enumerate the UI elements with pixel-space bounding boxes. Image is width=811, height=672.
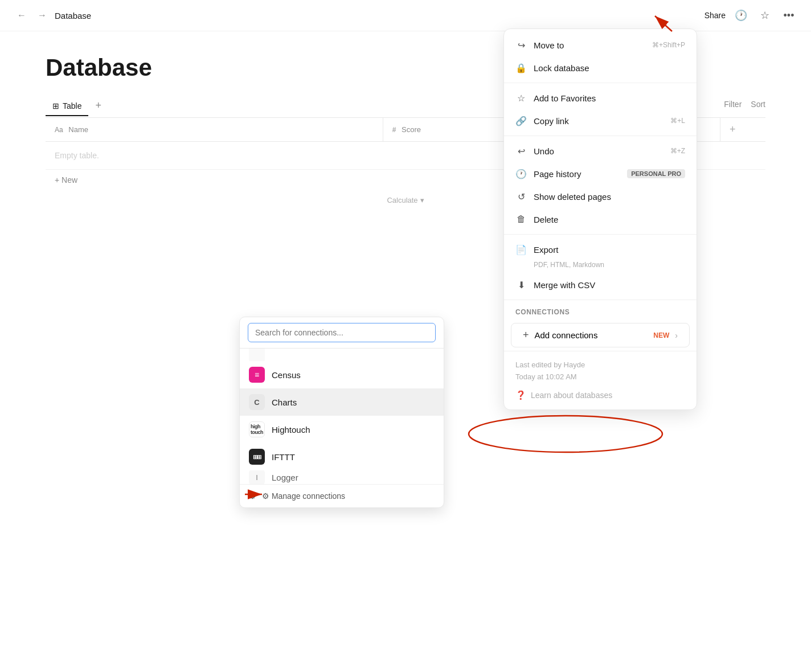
last-edited-info: Last edited by Hayde Today at 10:02 AM — [504, 355, 697, 386]
last-edited-time: Today at 10:02 AM — [515, 371, 685, 383]
conn-logger-label: Logger — [272, 473, 298, 482]
history-button[interactable]: 🕐 — [732, 7, 749, 24]
undo-icon: ↩ — [515, 145, 527, 157]
filter-button[interactable]: Filter — [724, 100, 742, 109]
menu-item-page-history[interactable]: 🕐 Page history PERSONAL PRO — [504, 162, 697, 185]
tab-table[interactable]: ⊞ Table — [46, 97, 88, 116]
add-column-button[interactable]: + — [720, 118, 765, 142]
learn-label: Learn about databases — [531, 391, 612, 400]
menu-item-page-history-label: Page history — [534, 169, 620, 179]
link-icon: 🔗 — [515, 115, 527, 126]
menu-item-favorites-label: Add to Favorites — [534, 93, 685, 103]
menu-item-show-deleted-label: Show deleted pages — [534, 192, 685, 202]
back-button[interactable]: ← — [14, 7, 30, 23]
conn-partial-icon — [249, 349, 265, 361]
context-menu: ↪ Move to ⌘+Shift+P 🔒 Lock database ☆ Ad… — [503, 28, 697, 410]
column-name[interactable]: Aa Name — [46, 118, 383, 142]
menu-item-lock-database[interactable]: 🔒 Lock database — [504, 56, 697, 79]
connections-label: Connections — [515, 308, 685, 316]
conn-search-input[interactable] — [248, 323, 436, 342]
top-nav: ← → Database Share 🕐 ☆ ••• — [0, 0, 811, 31]
menu-item-move-to-label: Move to — [534, 40, 645, 50]
tab-table-label: Table — [63, 101, 81, 110]
menu-item-undo-label: Undo — [534, 146, 663, 156]
svg-point-4 — [469, 416, 662, 452]
charts-icon: C — [249, 394, 265, 410]
chevron-down-icon: ▾ — [420, 196, 424, 204]
last-edited-by: Last edited by Hayde — [515, 359, 685, 371]
export-icon: 📄 — [515, 244, 527, 255]
undo-shortcut: ⌘+Z — [670, 147, 685, 155]
menu-item-favorites[interactable]: ☆ Add to Favorites — [504, 87, 697, 109]
logger-icon: I — [249, 470, 265, 484]
sort-button[interactable]: Sort — [751, 100, 765, 109]
connections-section: Connections — [504, 304, 697, 321]
ifttt-icon: ⊞⊞ — [249, 449, 265, 465]
conn-item-ifttt[interactable]: ⊞⊞ IFTTT — [240, 443, 444, 470]
restore-icon: ↺ — [515, 191, 527, 202]
menu-item-export-label: Export — [534, 245, 685, 255]
menu-item-show-deleted[interactable]: ↺ Show deleted pages — [504, 185, 697, 208]
move-to-shortcut: ⌘+Shift+P — [652, 41, 685, 49]
conn-item-logger[interactable]: I Logger — [240, 470, 444, 484]
page-breadcrumb: Database — [55, 11, 91, 21]
menu-item-undo[interactable]: ↩ Undo ⌘+Z — [504, 140, 697, 162]
conn-search-area — [240, 317, 444, 349]
lock-icon: 🔒 — [515, 62, 527, 73]
plus-icon: + — [523, 329, 529, 341]
personal-pro-badge: PERSONAL PRO — [627, 169, 685, 178]
conn-census-label: Census — [272, 370, 301, 380]
tab-actions: Filter Sort — [724, 100, 765, 113]
more-button[interactable]: ••• — [780, 7, 797, 24]
menu-item-merge-csv[interactable]: ⬇ Merge with CSV — [504, 273, 697, 296]
copy-link-shortcut: ⌘+L — [670, 117, 685, 125]
history-icon: 🕐 — [515, 168, 527, 179]
calculate-button[interactable]: Calculate ▾ — [387, 196, 424, 204]
add-connections-label: Add connections — [535, 330, 648, 340]
manage-connections-button[interactable]: ⚙ ⚙ Manage connections — [240, 484, 444, 507]
conn-charts-label: Charts — [272, 398, 297, 407]
move-to-icon: ↪ — [515, 39, 527, 51]
conn-item-partial[interactable] — [240, 349, 444, 361]
add-connections-button[interactable]: + Add connections NEW › — [511, 323, 690, 347]
menu-item-delete[interactable]: 🗑 Delete — [504, 208, 697, 231]
nav-right: Share 🕐 ☆ ••• — [704, 7, 797, 24]
hightouch-icon: hightouch — [249, 421, 265, 437]
menu-item-move-to[interactable]: ↪ Move to ⌘+Shift+P — [504, 34, 697, 56]
conn-hightouch-label: Hightouch — [272, 425, 310, 435]
menu-divider-2 — [504, 136, 697, 136]
star-icon: ☆ — [515, 92, 527, 104]
name-col-icon: Aa — [55, 126, 63, 134]
conn-ifttt-label: IFTTT — [272, 452, 295, 462]
share-button[interactable]: Share — [704, 11, 726, 20]
menu-item-merge-csv-label: Merge with CSV — [534, 280, 685, 290]
tab-add-button[interactable]: + — [91, 95, 106, 117]
menu-item-export[interactable]: 📄 Export — [504, 238, 697, 261]
favorite-button[interactable]: ☆ — [756, 7, 773, 24]
menu-item-copy-link-label: Copy link — [534, 116, 663, 126]
menu-item-delete-label: Delete — [534, 215, 685, 224]
download-icon: ⬇ — [515, 279, 527, 290]
menu-divider-1 — [504, 83, 697, 83]
census-icon: ≡ — [249, 367, 265, 383]
conn-item-hightouch[interactable]: hightouch Hightouch — [240, 416, 444, 443]
menu-divider-5 — [504, 351, 697, 351]
nav-left: ← → Database — [14, 7, 91, 23]
chevron-right-icon: › — [675, 331, 678, 340]
question-icon: ❓ — [515, 390, 526, 400]
menu-divider-3 — [504, 234, 697, 235]
export-sub-text: PDF, HTML, Markdown — [504, 261, 697, 273]
manage-connections-label: ⚙ Manage connections — [262, 491, 345, 501]
score-col-icon: # — [392, 126, 396, 134]
menu-item-copy-link[interactable]: 🔗 Copy link ⌘+L — [504, 109, 697, 132]
menu-divider-4 — [504, 300, 697, 300]
trash-icon: 🗑 — [515, 214, 527, 225]
conn-item-census[interactable]: ≡ Census — [240, 361, 444, 388]
learn-databases-link[interactable]: ❓ Learn about databases — [504, 386, 697, 405]
gear-icon: ⚙ — [249, 491, 256, 501]
connections-dropdown: ≡ Census C Charts hightouch Hightouch ⊞⊞… — [239, 317, 444, 508]
menu-item-lock-label: Lock database — [534, 63, 685, 73]
conn-item-charts[interactable]: C Charts — [240, 388, 444, 416]
forward-button[interactable]: → — [34, 7, 50, 23]
new-badge: NEW — [653, 331, 669, 339]
